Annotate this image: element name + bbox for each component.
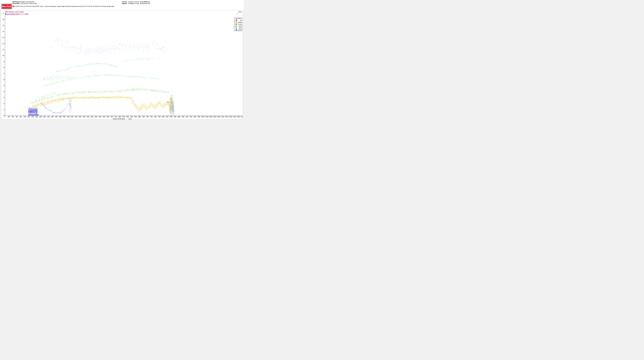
y-tick-label: 15 bbox=[1, 24, 4, 26]
gear-sample-count: (678) bbox=[238, 27, 242, 29]
y-tick-label: 7 bbox=[1, 72, 4, 74]
gear-legend-row[interactable]: 2(678) bbox=[234, 27, 242, 29]
cursor-time-value: 2:07.378 [s] bbox=[129, 1, 139, 2]
gear-color-swatch bbox=[236, 28, 237, 28]
gear-number: 6 bbox=[234, 20, 236, 21]
gear-samples-header: (Samples) bbox=[234, 18, 242, 19]
x-axis-title: Engine RPM [rpm] bbox=[108, 118, 130, 120]
channel-value: 0.65 bbox=[25, 14, 28, 15]
gear-sample-count: (934) bbox=[238, 25, 242, 27]
gear-number: 3 bbox=[234, 25, 236, 27]
gear-current-value: 3 bbox=[236, 13, 238, 14]
print-date-label: Print Date: bbox=[12, 3, 20, 4]
chart-panel: 9656 Samples, Zoom Linked Accelleration … bbox=[1, 10, 243, 120]
gear-legend: (Samples) 6(0)5(3385)4(1130)3(934)2(678)… bbox=[234, 17, 242, 31]
motec-logo-text: MoTeC bbox=[2, 5, 12, 8]
gear-color-swatch bbox=[236, 24, 237, 25]
log-file-badge: M bbox=[12, 6, 14, 7]
gear-color-swatch bbox=[236, 20, 237, 21]
log-file-info: [0:26.617] Out, 8:31:26 PM, 30/12/2022, … bbox=[14, 6, 114, 7]
gear-color-swatch bbox=[236, 29, 237, 30]
gear-legend-row[interactable]: 4(1130) bbox=[234, 23, 242, 25]
gear-legend-row[interactable]: 6(0) bbox=[234, 19, 242, 21]
datum-label: Datum: bbox=[122, 3, 127, 4]
gear-sample-count: (1130) bbox=[238, 24, 242, 25]
gear-sample-count: (0) bbox=[240, 20, 242, 21]
gear-number: 1 bbox=[234, 29, 236, 31]
gear-title: Gear bbox=[238, 11, 242, 12]
gear-legend-row[interactable]: 1(3294) bbox=[234, 29, 242, 31]
gear-number: 2 bbox=[234, 27, 236, 29]
channel-color-swatch bbox=[5, 14, 6, 14]
y-tick-label: 3 bbox=[1, 97, 4, 98]
distance-value: 2060 [m] bbox=[142, 1, 150, 2]
y-tick-label: 2 bbox=[1, 103, 4, 104]
gear-sample-count: (3294) bbox=[238, 29, 242, 31]
samples-zoom-status: 9656 Samples, Zoom Linked bbox=[5, 11, 24, 12]
gear-color-swatch bbox=[236, 26, 237, 27]
y-tick-label: 6 bbox=[1, 79, 4, 80]
delta-time-value: -0:04.574 [s] bbox=[129, 3, 139, 4]
y-tick-label: 12 bbox=[1, 42, 4, 44]
print-date-value: 31/12/2022 10:58:13 AM bbox=[20, 3, 37, 4]
y-tick-label: 1 bbox=[1, 109, 4, 110]
y-tick-label: 9 bbox=[1, 61, 4, 62]
delta-distance-value: -74 [m] bbox=[142, 3, 150, 4]
y-tick-label: 5 bbox=[1, 84, 4, 86]
x-cursor-value: 1312 bbox=[128, 118, 132, 120]
header-bar: MoTeC Worksheet: Engine / Acceleration P… bbox=[0, 0, 244, 10]
y-tick-label: 17 bbox=[1, 12, 4, 14]
channel-name: Accelleration [m/s²] bbox=[7, 14, 20, 15]
gear-legend-row[interactable]: 3(934) bbox=[234, 25, 242, 27]
y-tick-label: 11 bbox=[1, 48, 4, 50]
channel-legend[interactable]: Accelleration [m/s²] 0.65 bbox=[5, 13, 29, 15]
y-tick-label: 4 bbox=[1, 91, 4, 92]
gear-sample-count: (3385) bbox=[238, 22, 242, 23]
worksheet-label: Worksheet: bbox=[12, 1, 20, 2]
gear-legend-row[interactable]: 5(3385) bbox=[234, 21, 242, 23]
motec-logo: MoTeC bbox=[2, 4, 12, 9]
y-tick-label: 10 bbox=[1, 54, 4, 56]
cursor-label: Cursor: bbox=[122, 1, 128, 2]
y-tick-label: 8 bbox=[1, 66, 4, 68]
x-tick-label: 12000 bbox=[240, 116, 243, 118]
gear-color-swatch bbox=[236, 22, 237, 23]
y-tick-label: 13 bbox=[1, 36, 4, 38]
scatter-canvas[interactable] bbox=[5, 14, 242, 116]
y-tick-label: 16 bbox=[1, 18, 4, 20]
gear-number: 4 bbox=[234, 24, 236, 25]
gear-number: 5 bbox=[234, 22, 236, 23]
y-tick-label: 14 bbox=[1, 30, 4, 32]
worksheet-value: Engine / Acceleration bbox=[20, 1, 34, 2]
